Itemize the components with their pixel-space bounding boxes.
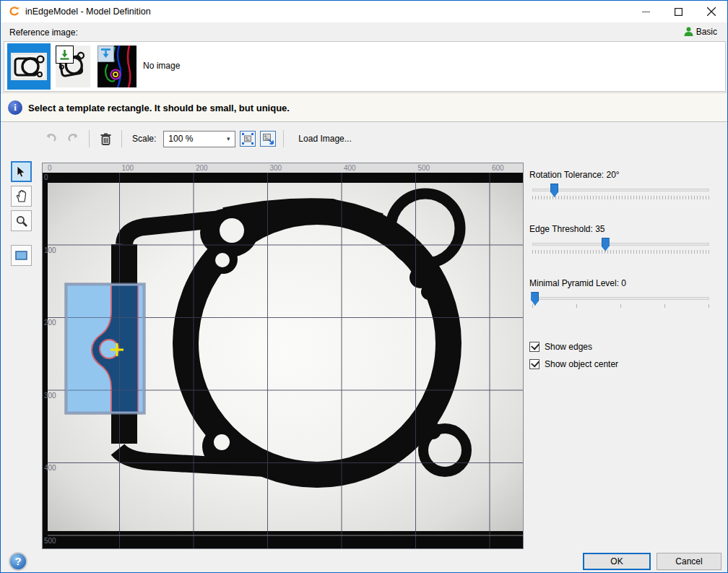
close-button[interactable]	[695, 1, 727, 22]
redo-icon	[66, 133, 79, 145]
minimize-icon	[642, 8, 650, 16]
select-tool-button[interactable]	[11, 161, 32, 182]
reference-image-label: Reference image:	[9, 27, 78, 38]
edge-threshold-track[interactable]	[532, 243, 709, 246]
undo-button[interactable]	[43, 130, 60, 147]
show-edges-checkbox[interactable]	[529, 342, 540, 352]
help-button[interactable]: ?	[9, 552, 27, 571]
model-definition-dialog: inEdgeModel - Model Definition Reference…	[0, 0, 728, 573]
chevron-down-icon[interactable]: ▾	[222, 132, 235, 147]
redo-button[interactable]	[64, 130, 82, 147]
magnifier-icon	[16, 215, 27, 227]
edge-threshold-label: Edge Threshold: 35	[529, 224, 605, 234]
toolbar-separator	[89, 130, 90, 147]
maximize-button[interactable]	[662, 1, 695, 22]
maximize-icon	[675, 8, 682, 16]
hint-text: Select a template rectangle. It should b…	[28, 103, 290, 113]
parameters-panel: Rotation Tolerance: 20° Edge Threshold: …	[528, 163, 717, 549]
toolbar-separator	[121, 130, 122, 147]
slider-tick-marks	[532, 304, 709, 308]
close-icon	[707, 7, 716, 16]
cancel-button[interactable]: Cancel	[656, 553, 722, 570]
show-edges-row[interactable]: Show edges	[529, 342, 592, 352]
pan-tool-button[interactable]	[11, 186, 32, 207]
edges-preview-image	[98, 46, 136, 87]
scale-combobox[interactable]: 100 % ▾	[163, 131, 235, 147]
canvas-toolbar: Scale: 100 % ▾ Load Image...	[43, 128, 356, 150]
scale-value: 100 %	[164, 134, 193, 144]
gasket-thumbnail-image	[11, 53, 47, 80]
scale-label: Scale:	[132, 134, 156, 144]
slider-tick-marks	[532, 196, 709, 199]
hand-icon	[16, 190, 27, 202]
user-level-icon	[684, 27, 693, 37]
rotation-tolerance-label: Rotation Tolerance: 20°	[529, 170, 620, 180]
fit-image-to-window-button[interactable]	[240, 131, 256, 147]
delete-button[interactable]	[97, 130, 114, 147]
window-title: inEdgeModel - Model Definition	[25, 7, 151, 17]
info-icon: i	[8, 100, 22, 115]
minimal-pyramid-level-track[interactable]	[532, 297, 709, 300]
ruler-vertical: 0100200300400500	[43, 163, 64, 548]
trash-icon	[100, 133, 111, 145]
gasket-thumbnail-image-2	[56, 46, 90, 87]
minimize-button[interactable]	[630, 1, 662, 22]
cursor-arrow-icon	[17, 166, 26, 178]
no-image-label: No image	[143, 61, 180, 71]
zoom-tool-button[interactable]	[11, 210, 32, 231]
show-edges-label: Show edges	[545, 342, 592, 352]
ruler-horizontal: 0100200300400500600	[43, 163, 523, 173]
thumbnail-model-edges[interactable]	[97, 43, 137, 90]
thumbnail-load-reference[interactable]	[55, 43, 91, 90]
mode-indicator[interactable]: Basic	[684, 27, 717, 37]
template-selection-content	[67, 285, 143, 412]
fit-image-icon	[242, 133, 254, 145]
minimal-pyramid-level-label: Minimal Pyramid Level: 0	[529, 278, 626, 288]
show-object-center-row[interactable]: Show object center	[529, 359, 618, 369]
undo-icon	[45, 133, 58, 145]
slider-tick-marks	[532, 250, 709, 254]
rectangle-icon	[15, 251, 27, 260]
fit-window-to-image-button[interactable]	[260, 131, 276, 147]
reference-row: Reference image: Basic	[1, 22, 727, 41]
show-object-center-label: Show object center	[545, 359, 618, 369]
load-image-button[interactable]: Load Image...	[294, 131, 355, 147]
toolbar-separator	[283, 130, 284, 147]
rotation-tolerance-track[interactable]	[532, 189, 709, 191]
mode-label: Basic	[696, 27, 717, 37]
image-canvas[interactable]: 0100200300400500600 0100200300400500	[42, 163, 524, 549]
hint-bar: i Select a template rectangle. It should…	[1, 92, 727, 122]
show-object-center-checkbox[interactable]	[529, 359, 540, 369]
rectangle-tool-button[interactable]	[11, 245, 32, 266]
ok-button[interactable]: OK	[583, 553, 651, 570]
reference-thumbnail-strip: No image	[4, 41, 726, 92]
fit-window-icon	[262, 133, 274, 145]
gasket-image	[43, 163, 523, 548]
title-bar[interactable]: inEdgeModel - Model Definition	[1, 1, 727, 22]
app-logo-icon	[8, 6, 20, 18]
thumbnail-reference-image[interactable]	[7, 43, 51, 90]
